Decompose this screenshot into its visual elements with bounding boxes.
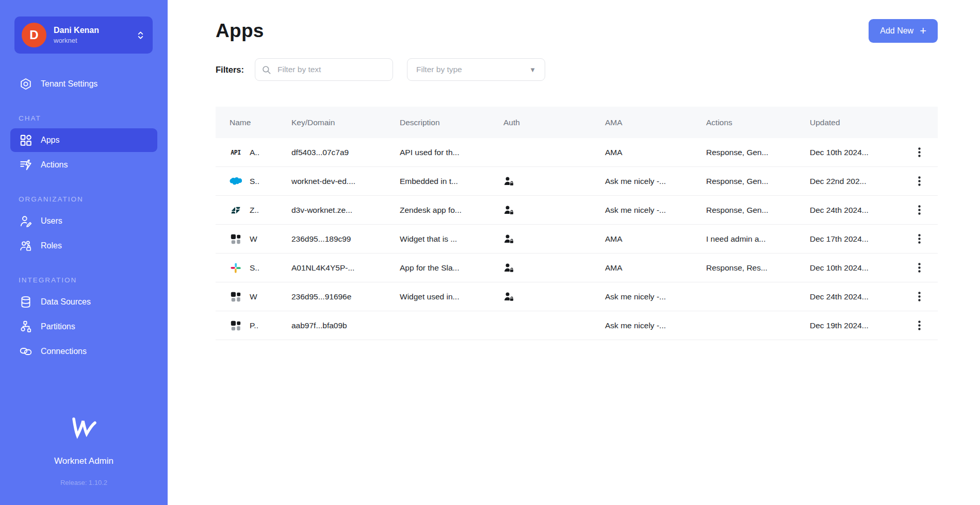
app-ama: Ask me nicely -... — [591, 206, 692, 215]
app-updated: Dec 19th 2024... — [796, 321, 901, 330]
row-menu-button[interactable] — [913, 203, 926, 217]
data-sources-icon — [19, 295, 32, 309]
app-auth — [489, 291, 591, 302]
app-key-domain: worknet-dev-ed.... — [277, 177, 386, 186]
column-header-key-domain: Key/Domain — [277, 118, 386, 127]
app-name: P.. — [250, 321, 258, 330]
column-header-description: Description — [386, 118, 489, 127]
add-new-label: Add New — [880, 26, 913, 36]
sidebar-item-partitions[interactable]: Partitions — [10, 315, 157, 339]
user-lock-icon — [503, 291, 514, 302]
app-key-domain: aab97f...bfa09b — [277, 321, 386, 330]
api-badge-icon: API — [230, 146, 242, 159]
sidebar-section-title: ORGANIZATION — [19, 195, 157, 203]
row-menu-button[interactable] — [913, 232, 926, 246]
sidebar-item-tenant-settings[interactable]: Tenant Settings — [10, 72, 157, 96]
sidebar-item-users[interactable]: Users — [10, 209, 157, 233]
plus-icon: + — [920, 25, 926, 37]
column-header-updated: Updated — [796, 118, 901, 127]
app-actions: I need admin a... — [692, 234, 796, 244]
table-row[interactable]: S..A01NL4K4Y5P-...App for the Sla...AMAR… — [216, 254, 938, 282]
sidebar-item-roles[interactable]: Roles — [10, 234, 157, 258]
user-lock-icon — [503, 205, 514, 215]
table-row[interactable]: W236d95...91696eWidget used in...Ask me … — [216, 282, 938, 311]
filter-text-input[interactable] — [276, 64, 386, 75]
sidebar-section-title: CHAT — [19, 114, 157, 122]
chevron-updown-icon — [137, 30, 144, 41]
app-description: App for the Sla... — [386, 263, 489, 273]
app-auth — [489, 233, 591, 244]
app-description: Zendesk app fo... — [386, 206, 489, 215]
widget-icon — [230, 319, 242, 332]
filter-type-select[interactable]: Filter by type ▼ — [407, 58, 545, 81]
table-header-row: NameKey/DomainDescriptionAuthAMAActionsU… — [216, 107, 938, 138]
sidebar-item-label: Tenant Settings — [41, 79, 97, 89]
sidebar-item-apps[interactable]: Apps — [10, 128, 157, 152]
release-version: Release: 1.10.2 — [0, 479, 168, 486]
app-actions: Response, Gen... — [692, 177, 796, 186]
app-ama: Ask me nicely -... — [591, 321, 692, 330]
filter-type-placeholder: Filter by type — [416, 65, 462, 74]
sidebar-item-label: Data Sources — [41, 297, 91, 307]
app-name: Worknet Admin — [0, 456, 168, 466]
app-ama: AMA — [591, 263, 692, 273]
column-header-name: Name — [216, 118, 277, 127]
table-row[interactable]: Z..d3v-worknet.ze...Zendesk app fo...Ask… — [216, 196, 938, 225]
app-auth — [489, 262, 591, 273]
app-description: Embedded in t... — [386, 177, 489, 186]
app-updated: Dec 22nd 202... — [796, 177, 901, 186]
user-menu[interactable]: D Dani Kenan worknet — [14, 16, 153, 54]
app-updated: Dec 17th 2024... — [796, 234, 901, 244]
app-actions: Response, Gen... — [692, 206, 796, 215]
row-menu-button[interactable] — [913, 145, 926, 159]
apps-table: NameKey/DomainDescriptionAuthAMAActionsU… — [216, 107, 938, 340]
table-row[interactable]: W236d95...189c99Widget that is ...AMAI n… — [216, 225, 938, 254]
app-ama: AMA — [591, 234, 692, 244]
filter-text-box[interactable] — [255, 58, 393, 81]
app-name: W — [250, 292, 257, 301]
table-row[interactable]: P..aab97f...bfa09bAsk me nicely -...Dec … — [216, 311, 938, 340]
slack-icon — [230, 262, 242, 274]
sidebar-item-data-sources[interactable]: Data Sources — [10, 290, 157, 314]
avatar-initial: D — [29, 28, 38, 42]
user-lock-icon — [503, 233, 514, 244]
user-lock-icon — [503, 262, 514, 273]
apps-icon — [19, 133, 32, 147]
app-ama: Ask me nicely -... — [591, 177, 692, 186]
row-menu-button[interactable] — [913, 261, 926, 275]
column-header-actions: Actions — [692, 118, 796, 127]
sidebar-item-label: Actions — [41, 160, 68, 170]
app-name: S.. — [250, 177, 259, 186]
sidebar-item-connections[interactable]: Connections — [10, 340, 157, 363]
app-actions: Response, Gen... — [692, 148, 796, 157]
sidebar-item-label: Connections — [41, 347, 87, 356]
salesforce-icon — [230, 175, 242, 188]
add-new-button[interactable]: Add New + — [869, 19, 938, 43]
tenant-settings-icon — [19, 77, 32, 91]
app-updated: Dec 10th 2024... — [796, 263, 901, 273]
users-icon — [19, 214, 32, 228]
sidebar-section-title: INTEGRATION — [19, 276, 157, 284]
avatar: D — [22, 23, 46, 47]
app-name: W — [250, 234, 257, 244]
row-menu-button[interactable] — [913, 318, 926, 332]
table-row[interactable]: APIA..df5403...07c7a9API used for th...A… — [216, 138, 938, 167]
app-key-domain: A01NL4K4Y5P-... — [277, 263, 386, 273]
zendesk-icon — [230, 204, 242, 216]
sidebar: D Dani Kenan worknet Tenant SettingsCHAT… — [0, 0, 168, 505]
app-description: Widget that is ... — [386, 234, 489, 244]
row-menu-button[interactable] — [913, 290, 926, 304]
sidebar-nav: Tenant SettingsCHATAppsActionsORGANIZATI… — [0, 62, 168, 364]
column-header-auth: Auth — [489, 118, 591, 127]
row-menu-cell — [901, 203, 938, 217]
sidebar-item-actions[interactable]: Actions — [10, 153, 157, 177]
app-updated: Dec 10th 2024... — [796, 148, 901, 157]
partitions-icon — [19, 320, 32, 334]
table-body: APIA..df5403...07c7a9API used for th...A… — [216, 138, 938, 340]
row-menu-button[interactable] — [913, 174, 926, 188]
roles-icon — [19, 239, 32, 253]
app-description: Widget used in... — [386, 292, 489, 301]
app-name: A.. — [250, 148, 259, 157]
sidebar-item-label: Partitions — [41, 322, 75, 331]
table-row[interactable]: S..worknet-dev-ed....Embedded in t...Ask… — [216, 167, 938, 196]
